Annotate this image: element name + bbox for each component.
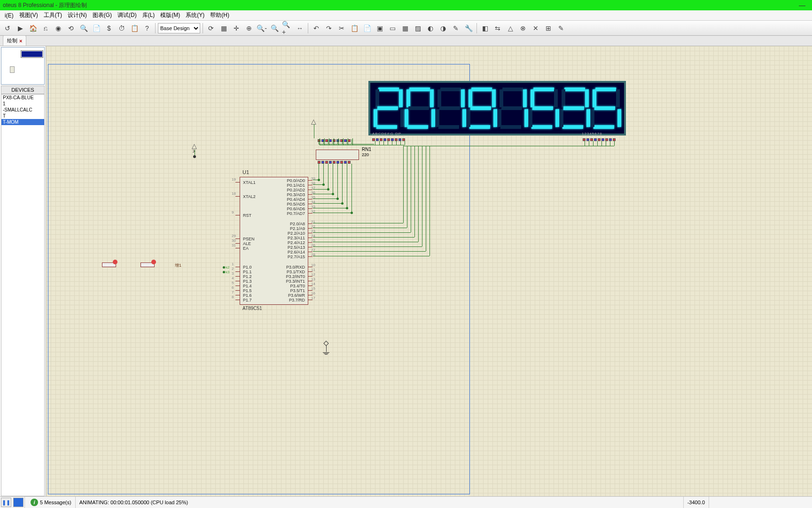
toolbar-button[interactable]: ↷ — [323, 23, 335, 34]
rn-pins-top — [318, 139, 351, 142]
toolbar-button[interactable]: ▣ — [374, 23, 385, 34]
wire — [589, 141, 589, 146]
menu-item[interactable]: 调试(D) — [115, 11, 140, 19]
left-panel: DEVICES PX8-CA-BLUE1-SMALLCALCTT-MOM — [0, 46, 46, 496]
toolbar-button[interactable]: ✛ — [231, 23, 242, 34]
toolbar-button[interactable]: ◑ — [437, 23, 449, 34]
toolbar-button[interactable]: 🏠 — [27, 23, 39, 34]
menu-item[interactable]: 视图(V) — [16, 11, 41, 19]
pin-label: P1.0 — [243, 265, 252, 270]
toolbar-button[interactable]: ⏱ — [116, 23, 127, 34]
toolbar-button[interactable]: ▭ — [387, 23, 398, 34]
seven-segment-display[interactable] — [368, 81, 626, 135]
menu-item[interactable]: i(E) — [2, 12, 16, 19]
toolbar-button[interactable]: △ — [505, 23, 516, 34]
wire — [329, 138, 329, 145]
sim-stop-button[interactable] — [13, 498, 23, 507]
toolbar-button[interactable]: ? — [141, 23, 153, 34]
wire — [323, 164, 324, 184]
toolbar-button[interactable]: ↔ — [294, 23, 305, 34]
toolbar-button[interactable]: 🔍 — [269, 23, 280, 34]
toolbar-button[interactable]: 🔧 — [463, 23, 474, 34]
device-item[interactable]: -SMALLCALC — [1, 107, 44, 113]
device-item[interactable]: PX8-CA-BLUE — [1, 95, 44, 101]
toolbar-button[interactable]: ⊞ — [543, 23, 554, 34]
menu-item[interactable]: 工具(T) — [41, 11, 65, 19]
toolbar-button[interactable]: ✕ — [530, 23, 541, 34]
device-item[interactable]: T — [1, 113, 44, 119]
menu-item[interactable]: 库(L) — [140, 11, 158, 19]
tab-close-icon[interactable]: × — [19, 38, 22, 44]
pin-label: P0.1/AD1 — [287, 183, 305, 188]
toolbar-button[interactable]: ✎ — [555, 23, 567, 34]
messages-text: 5 Message(s) — [40, 500, 71, 505]
wire — [313, 189, 328, 190]
toolbar-button[interactable]: 📋 — [129, 23, 140, 34]
wire — [319, 144, 374, 144]
menu-item[interactable]: 图表(G) — [90, 11, 115, 19]
pin-label: P0.2/AD2 — [287, 188, 305, 192]
toolbar-button[interactable]: ▦ — [399, 23, 411, 34]
sim-pause-button[interactable]: ❚❚ — [1, 498, 11, 507]
toolbar-button[interactable]: ◉ — [53, 23, 64, 34]
pin-label: P3.2/INT0 — [286, 274, 305, 279]
chip-part: AT89C51 — [242, 306, 262, 311]
push-button[interactable] — [138, 261, 157, 269]
toolbar-button[interactable]: ⟲ — [65, 23, 77, 34]
menu-item[interactable]: 帮助(H) — [207, 11, 232, 19]
toolbar-button[interactable]: ✂ — [336, 23, 347, 34]
toolbar-button[interactable]: 🔍 — [78, 23, 89, 34]
rn-value: 220 — [362, 152, 369, 157]
devices-list[interactable]: PX8-CA-BLUE1-SMALLCALCTT-MOM — [1, 94, 45, 496]
device-item[interactable]: T-MOM — [1, 119, 44, 125]
wire — [313, 213, 351, 213]
design-selector[interactable]: Base Design — [158, 23, 200, 33]
messages-panel[interactable]: i 5 Message(s) — [24, 497, 75, 508]
resistor-network[interactable] — [316, 150, 359, 160]
toolbar-button[interactable]: ◧ — [479, 23, 491, 34]
title-bar: oteus 8 Professional - 原理图绘制 — — [0, 0, 812, 10]
toolbar-button[interactable]: 📄 — [91, 23, 102, 34]
toolbar-button[interactable]: 📋 — [349, 23, 360, 34]
tab-schematic[interactable]: 绘制 × — [3, 35, 26, 46]
push-button[interactable] — [100, 261, 118, 269]
toolbar-button[interactable]: ◐ — [425, 23, 436, 34]
toolbar-button[interactable]: ↶ — [311, 23, 322, 34]
toolbar-button[interactable]: ⇆ — [492, 23, 503, 34]
wire — [429, 146, 430, 256]
ground-terminal-icon[interactable] — [322, 345, 330, 355]
wire — [388, 141, 388, 145]
toolbar-button[interactable]: ⊗ — [517, 23, 529, 34]
toolbar-button[interactable]: ✎ — [450, 23, 461, 34]
menu-item[interactable]: 系统(Y) — [183, 11, 207, 19]
wire-node — [336, 198, 339, 200]
device-item[interactable]: 1 — [1, 101, 44, 107]
menu-item[interactable]: 模版(M) — [157, 11, 183, 19]
toolbar-button[interactable]: ▶ — [15, 23, 26, 34]
toolbar-button[interactable]: ▦ — [218, 23, 229, 34]
wire — [422, 146, 422, 246]
toolbar-button[interactable]: ▨ — [412, 23, 423, 34]
wire-node — [351, 212, 353, 214]
window-title: oteus 8 Professional - 原理图绘制 — [3, 1, 87, 9]
wire-node — [332, 193, 334, 195]
wire — [337, 142, 338, 144]
minimize-button[interactable]: — — [795, 0, 809, 10]
toolbar-button[interactable]: 📄 — [361, 23, 373, 34]
menu-item[interactable]: 设计(N) — [65, 11, 90, 19]
toolbar-button[interactable]: ⟳ — [205, 23, 217, 34]
schematic-canvas[interactable]: ABCDEFG DP 12345678 RN1 220 U1 19XTAL118… — [46, 46, 812, 496]
toolbar-button[interactable]: 🔍+ — [281, 23, 293, 34]
coord-readout: -3400.0 — [683, 497, 709, 508]
overview-map[interactable] — [1, 47, 45, 85]
mcu-chip[interactable]: 19XTAL118XTAL29RST29PSEN30ALE31EA1P1.02P… — [240, 177, 308, 305]
toolbar-button[interactable]: 🔍- — [256, 23, 267, 34]
display-pins-right — [583, 138, 616, 141]
toolbar-button[interactable]: ⊕ — [243, 23, 255, 34]
toolbar-button[interactable]: $ — [103, 23, 115, 34]
wire — [334, 138, 334, 145]
wire — [403, 146, 404, 223]
button-label: 增1 — [175, 262, 181, 269]
toolbar-button[interactable]: ⎌ — [40, 23, 51, 34]
toolbar-button[interactable]: ↺ — [2, 23, 13, 34]
